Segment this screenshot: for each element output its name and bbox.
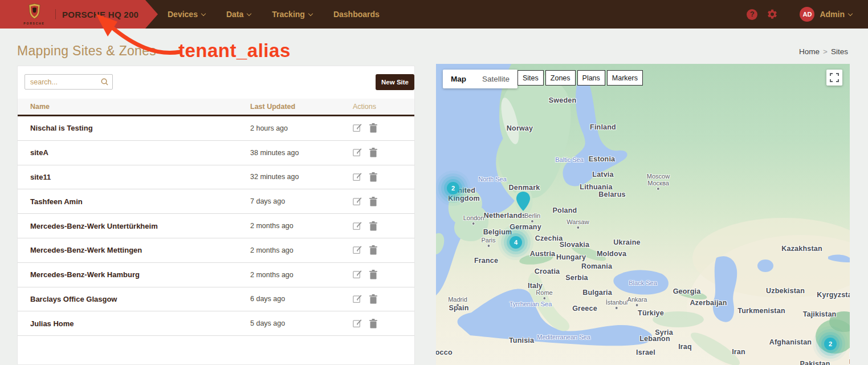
nav-menu: DevicesDataTrackingDashboards: [168, 10, 380, 19]
help-icon[interactable]: ?: [747, 9, 757, 20]
top-navbar: PORSCHE PORSCHE HQ 200 DevicesDataTracki…: [0, 0, 868, 29]
chevron-down-icon: [201, 11, 206, 15]
nav-item-dashboards[interactable]: Dashboards: [333, 10, 380, 19]
breadcrumb: Home>Sites: [799, 47, 848, 56]
trash-icon[interactable]: [369, 221, 377, 231]
row-actions: [353, 172, 414, 182]
table-row-nischal-is-testing: Nischal is Testing2 hours ago: [18, 116, 414, 141]
edit-icon[interactable]: [353, 221, 362, 231]
navbar-right: ? AD Admin: [747, 7, 852, 22]
row-actions: [353, 148, 414, 157]
row-actions: [353, 123, 414, 133]
page-title: Mapping Sites & Zones: [17, 43, 156, 59]
column-header-actions: Actions: [353, 103, 414, 111]
map-layer-button-markers[interactable]: Markers: [607, 70, 643, 86]
porsche-wordmark: PORSCHE: [23, 22, 44, 25]
breadcrumb-home[interactable]: Home: [799, 47, 820, 56]
site-name: Nischal is Testing: [30, 124, 250, 132]
search-input[interactable]: [25, 78, 101, 86]
map-layer-button-zones[interactable]: Zones: [545, 70, 576, 86]
sites-toolbar: New Site: [18, 66, 414, 99]
trash-icon[interactable]: [369, 197, 377, 206]
table-row-mercedes-benz-werk-hamburg: Mercedes-Benz-Werk Hamburg2 months ago: [18, 263, 414, 287]
user-menu[interactable]: Admin: [820, 10, 852, 19]
row-actions: [353, 245, 414, 255]
column-header-name: Name: [30, 103, 250, 111]
edit-icon[interactable]: [353, 172, 362, 182]
table-row-barclays-office-glasgow: Barclays Office Glasgow6 days ago: [18, 287, 414, 312]
edit-icon[interactable]: [353, 245, 362, 255]
row-actions: [353, 294, 414, 304]
trash-icon[interactable]: [369, 270, 377, 279]
nav-item-tracking[interactable]: Tracking: [272, 10, 312, 19]
site-last-updated: 6 days ago: [250, 295, 353, 303]
brand-divider: [55, 9, 56, 19]
map-panel[interactable]: SwedenNorwayFinlandEstoniaLatviaLithuani…: [436, 64, 850, 365]
sites-panel: New Site Name Last Updated Actions Nisch…: [17, 66, 415, 365]
sites-table-body: Nischal is Testing2 hours agositeA38 min…: [18, 116, 414, 336]
search-box: [25, 74, 113, 90]
nav-item-label: Dashboards: [333, 10, 380, 19]
cluster-marker-2[interactable]: 2: [447, 182, 459, 194]
edit-icon[interactable]: [353, 294, 362, 304]
site-last-updated: 2 months ago: [250, 222, 353, 230]
edit-icon[interactable]: [353, 319, 362, 328]
chevron-down-icon: [308, 11, 313, 15]
site-name: Tashfeen Amin: [30, 197, 250, 206]
tenant-alias-label: PORSCHE HQ 200: [62, 10, 138, 19]
edit-icon[interactable]: [353, 148, 362, 157]
trash-icon[interactable]: [369, 319, 377, 328]
trash-icon[interactable]: [369, 148, 377, 157]
porsche-crest-icon: [28, 3, 40, 21]
nav-item-devices[interactable]: Devices: [168, 10, 205, 19]
new-site-button[interactable]: New Site: [376, 74, 414, 90]
row-actions: [353, 270, 414, 279]
column-header-last-updated: Last Updated: [250, 103, 353, 111]
breadcrumb-sites: Sites: [831, 47, 848, 56]
avatar[interactable]: AD: [800, 7, 814, 22]
site-last-updated: 2 hours ago: [250, 124, 353, 132]
search-icon: [101, 78, 108, 86]
site-name: Mercedes-Benz-Werk Mettingen: [30, 246, 250, 254]
site-last-updated: 2 months ago: [250, 246, 353, 254]
edit-icon[interactable]: [353, 197, 362, 206]
chevron-down-icon: [247, 11, 251, 15]
map-type-map-button[interactable]: Map: [443, 70, 474, 88]
nav-item-label: Devices: [168, 10, 198, 19]
table-row-mercedes-benz-werk-untert-rkheim: Mercedes-Benz-Werk Untertürkheim2 months…: [18, 214, 414, 238]
site-name: Barclays Office Glasgow: [30, 295, 250, 303]
table-row-julias-home: Julias Home5 days ago: [18, 311, 414, 336]
trash-icon[interactable]: [369, 245, 377, 255]
cluster-marker-2[interactable]: 2: [824, 338, 837, 350]
trash-icon[interactable]: [369, 294, 377, 304]
site-last-updated: 2 months ago: [250, 271, 353, 279]
trash-icon[interactable]: [369, 123, 377, 133]
cluster-marker-4[interactable]: 4: [510, 236, 522, 249]
row-actions: [353, 319, 414, 328]
map-type-satellite-button[interactable]: Satellite: [474, 70, 517, 88]
site-name: Mercedes-Benz-Werk Untertürkheim: [30, 222, 250, 230]
edit-icon[interactable]: [353, 123, 362, 133]
table-row-sitea: siteA38 minutes ago: [18, 141, 414, 165]
table-row-site11: site1132 minutes ago: [18, 165, 414, 190]
site-name: site11: [30, 173, 250, 181]
edit-icon[interactable]: [353, 270, 362, 279]
tenant-alias-annotation: tenant_alias: [178, 40, 291, 62]
trash-icon[interactable]: [369, 172, 377, 182]
fullscreen-icon[interactable]: [826, 70, 842, 86]
map-layer-button-plans[interactable]: Plans: [577, 70, 605, 86]
site-last-updated: 7 days ago: [250, 197, 353, 205]
gear-icon[interactable]: [767, 9, 778, 20]
sites-table-header: Name Last Updated Actions: [18, 99, 414, 116]
map-type-control: Map Satellite: [443, 70, 517, 88]
table-row-tashfeen-amin: Tashfeen Amin7 days ago: [18, 189, 414, 214]
nav-item-data[interactable]: Data: [226, 10, 251, 19]
map-layer-buttons: SitesZonesPlansMarkers: [517, 70, 643, 86]
brand-section[interactable]: PORSCHE PORSCHE HQ 200: [0, 0, 158, 29]
map-layer-button-sites[interactable]: Sites: [517, 70, 544, 86]
site-pin-marker[interactable]: [516, 192, 531, 211]
breadcrumb-separator: >: [823, 47, 828, 56]
nav-item-label: Data: [226, 10, 243, 19]
map-canvas: [436, 64, 850, 365]
nav-item-label: Tracking: [272, 10, 305, 19]
